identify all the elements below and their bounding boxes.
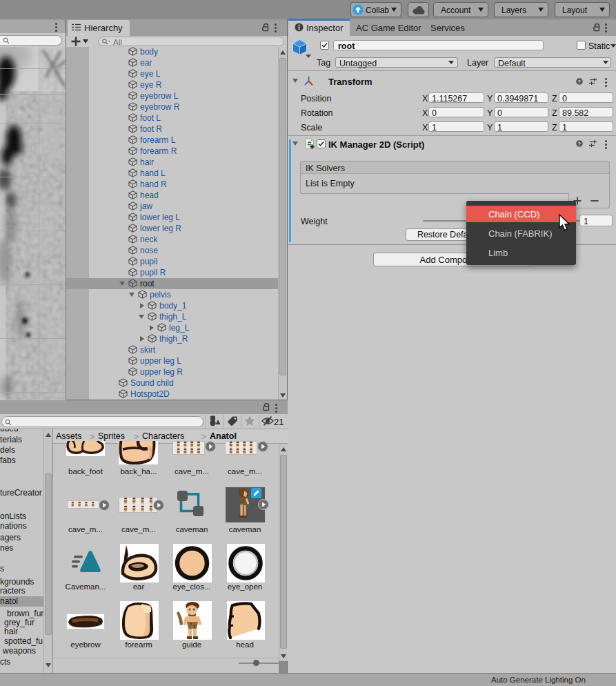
svg-text:?: ? — [578, 141, 581, 146]
svg-text:?: ? — [578, 79, 581, 84]
